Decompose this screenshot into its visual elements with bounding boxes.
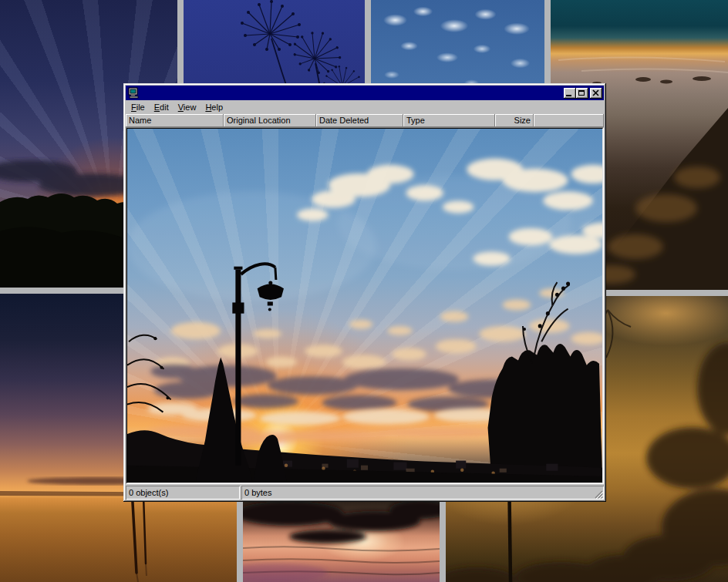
minimize-icon [566, 95, 571, 96]
title-bar[interactable] [126, 86, 604, 100]
computer-icon [128, 87, 140, 99]
status-bar: 0 object(s) 0 bytes [126, 486, 604, 500]
list-view-area[interactable] [126, 127, 604, 484]
column-header-row: Name Original Location Date Deleted Type… [126, 114, 604, 127]
recycle-bin-window: File Edit View Help Name Original Locati… [123, 83, 606, 502]
sunset-lamp-photo [127, 129, 602, 483]
resize-grip-icon[interactable] [594, 489, 603, 499]
close-button[interactable] [590, 88, 602, 99]
menu-bar: File Edit View Help [126, 100, 604, 114]
column-header-date-deleted[interactable]: Date Deleted [316, 114, 403, 127]
maximize-button[interactable] [576, 88, 588, 99]
menu-file[interactable]: File [126, 101, 150, 114]
column-header-type[interactable]: Type [403, 114, 495, 127]
desktop: File Edit View Help Name Original Locati… [0, 0, 728, 582]
minimize-button[interactable] [564, 88, 576, 99]
menu-view[interactable]: View [174, 101, 201, 114]
column-header-size[interactable]: Size [495, 114, 534, 127]
menu-edit[interactable]: Edit [150, 101, 174, 114]
maximize-icon [578, 90, 585, 96]
status-size: 0 bytes [241, 486, 604, 500]
list-view-inner [126, 128, 603, 483]
column-header-filler [534, 114, 604, 127]
column-header-original-location[interactable]: Original Location [224, 114, 316, 127]
sunset-lamp-art [127, 129, 602, 483]
column-header-name[interactable]: Name [126, 114, 224, 127]
window-controls [564, 88, 602, 99]
close-icon [592, 89, 599, 96]
status-object-count: 0 object(s) [126, 486, 240, 500]
menu-help[interactable]: Help [201, 101, 228, 114]
status-size-text: 0 bytes [244, 488, 271, 497]
